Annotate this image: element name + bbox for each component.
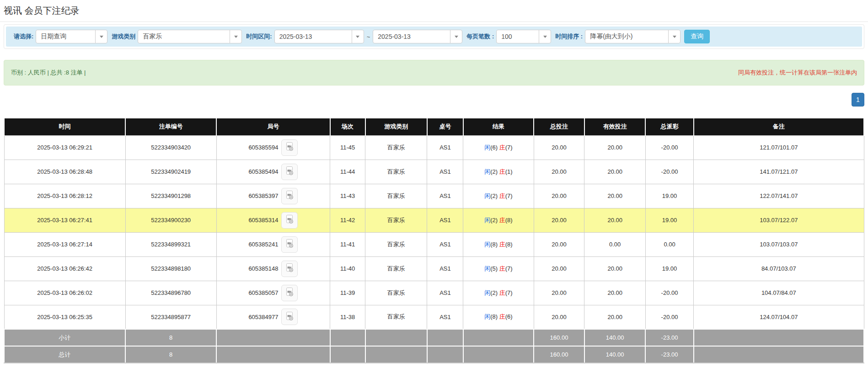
page-title: 视讯 会员下注纪录	[4, 5, 863, 17]
result-player-count: (2)	[490, 289, 498, 296]
cell-bet-id: 522334895877	[125, 305, 216, 329]
date-range-label: 时间区间:	[246, 32, 272, 41]
header-payout: 总派彩	[645, 118, 693, 135]
cell-remark: 103.07/122.07	[694, 208, 864, 232]
result-player-label: 闲	[484, 168, 490, 175]
round-id-text: 605385594	[248, 144, 278, 151]
cell-game-type: 百家乐	[365, 256, 427, 281]
header-round-id: 局号	[216, 118, 330, 135]
subtotal-row: 小计8160.00140.00-23.00	[4, 329, 864, 346]
cell-session: 11-41	[330, 232, 365, 256]
result-banker-label: 庄	[499, 313, 505, 320]
cell-payout: 0.00	[645, 232, 693, 256]
pagination-page-1-button[interactable]: 1	[852, 93, 864, 107]
table-row: 2025-03-13 06:26:42522334898180605385148…	[4, 256, 864, 281]
cell-result: 闲(2) 庄(8)	[463, 208, 534, 232]
page-size-label: 每页笔数 :	[466, 32, 494, 41]
video-replay-button[interactable]	[281, 188, 298, 204]
page-size-select[interactable]: 100	[496, 30, 551, 43]
cell-result: 闲(5) 庄(7)	[463, 256, 534, 281]
cell-round-id: 605385148	[216, 256, 330, 281]
table-row: 2025-03-13 06:26:02522334896780605385057…	[4, 281, 864, 305]
round-id-with-video: 605385241	[248, 236, 298, 253]
cell-remark: 104.07/84.07	[694, 281, 864, 305]
round-id-text: 605385241	[248, 241, 278, 248]
date-from-select[interactable]: 2025-03-13	[274, 30, 364, 43]
cell-bet-id: 522334898180	[125, 256, 216, 281]
table-row: 2025-03-13 06:27:41522334900230605385314…	[4, 208, 864, 232]
date-to-value: 2025-03-13	[373, 33, 415, 40]
cell-valid-bet: 20.00	[584, 305, 645, 329]
result-banker-count: (8)	[505, 241, 513, 248]
video-replay-button[interactable]	[281, 212, 298, 229]
footer-total-bet: 160.00	[534, 346, 584, 363]
round-id-text: 605385057	[248, 289, 278, 296]
header-valid-bet: 有效投注	[584, 118, 645, 135]
round-id-with-video: 605385397	[248, 188, 298, 204]
cell-valid-bet: 0.00	[584, 232, 645, 256]
result-player-count: (5)	[490, 265, 498, 272]
footer-empty-table	[427, 329, 463, 346]
search-button[interactable]: 查询	[684, 30, 710, 43]
video-record-icon	[284, 239, 295, 250]
table-row: 2025-03-13 06:27:14522334899321605385241…	[4, 232, 864, 256]
video-replay-button[interactable]	[281, 261, 298, 277]
cell-total-bet[interactable]: 20.00	[534, 208, 584, 232]
filter-panel: 请选择: 日期查询 游戏类别 百家乐 时间区间: 2025-03-13 ~ 20…	[4, 24, 864, 49]
cell-result: 闲(8) 庄(8)	[463, 232, 534, 256]
round-id-text: 605385494	[248, 168, 278, 175]
footer-empty-remark	[694, 346, 864, 363]
cell-total-bet[interactable]: 20.00	[534, 160, 584, 184]
footer-label: 总计	[4, 346, 125, 363]
cell-game-type: 百家乐	[365, 160, 427, 184]
video-record-icon	[284, 287, 295, 299]
video-replay-button[interactable]	[281, 139, 298, 156]
cell-round-id: 605385314	[216, 208, 330, 232]
result-player-label: 闲	[484, 144, 490, 151]
cell-total-bet[interactable]: 20.00	[534, 256, 584, 281]
video-replay-button[interactable]	[281, 236, 298, 253]
query-type-value: 日期查询	[36, 32, 71, 41]
cell-table-no: AS1	[427, 160, 463, 184]
cell-game-type: 百家乐	[365, 281, 427, 305]
chevron-down-icon	[668, 30, 680, 43]
video-record-icon	[284, 190, 295, 202]
cell-total-bet[interactable]: 20.00	[534, 232, 584, 256]
page-header: 视讯 会员下注纪录	[0, 0, 868, 22]
cell-remark: 124.07/104.07	[694, 305, 864, 329]
cell-total-bet[interactable]: 20.00	[534, 135, 584, 160]
cell-session: 11-44	[330, 160, 365, 184]
result-banker-label: 庄	[499, 265, 505, 272]
cell-game-type: 百家乐	[365, 208, 427, 232]
result-banker-count: (7)	[505, 265, 513, 272]
round-id-with-video: 605385314	[248, 212, 298, 229]
video-replay-button[interactable]	[281, 309, 298, 325]
header-result: 结果	[463, 118, 534, 135]
cell-valid-bet: 20.00	[584, 160, 645, 184]
video-replay-button[interactable]	[281, 285, 298, 301]
cell-round-id: 605384977	[216, 305, 330, 329]
header-remark: 备注	[694, 118, 864, 135]
cell-bet-id: 522334903420	[125, 135, 216, 160]
header-bet-id: 注单编号	[125, 118, 216, 135]
cell-table-no: AS1	[427, 256, 463, 281]
sort-order-select[interactable]: 降幂(由大到小)	[585, 30, 680, 43]
date-to-select[interactable]: 2025-03-13	[373, 30, 462, 43]
video-record-icon	[284, 214, 295, 226]
result-player-label: 闲	[484, 217, 490, 224]
result-player-label: 闲	[484, 265, 490, 272]
round-id-with-video: 605385057	[248, 285, 298, 301]
cell-total-bet[interactable]: 20.00	[534, 305, 584, 329]
query-type-select[interactable]: 日期查询	[36, 30, 107, 43]
cell-total-bet[interactable]: 20.00	[534, 281, 584, 305]
cell-total-bet[interactable]: 20.00	[534, 184, 584, 208]
result-player-count: (8)	[490, 313, 498, 320]
cell-time: 2025-03-13 06:25:35	[4, 305, 125, 329]
cell-session: 11-38	[330, 305, 365, 329]
cell-payout: -20.00	[645, 160, 693, 184]
header-total-bet: 总投注	[534, 118, 584, 135]
video-replay-button[interactable]	[281, 164, 298, 180]
game-type-select[interactable]: 百家乐	[138, 30, 242, 43]
cell-time: 2025-03-13 06:28:48	[4, 160, 125, 184]
footer-empty-remark	[694, 329, 864, 346]
